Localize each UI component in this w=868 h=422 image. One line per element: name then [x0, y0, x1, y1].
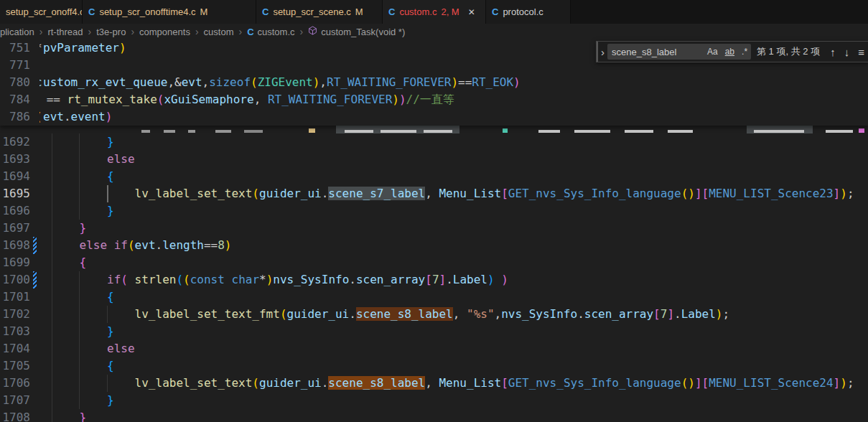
- breadcrumb-item-t3e-pro[interactable]: t3e-pro: [96, 27, 126, 37]
- code-token: (: [121, 273, 128, 286]
- clipped-text-fragment: [381, 130, 416, 133]
- code-token: else: [52, 342, 135, 355]
- line-number: 786: [0, 108, 30, 126]
- code-token: RT_WAITING_FOREVER: [327, 75, 451, 89]
- breadcrumb-separator: ›: [131, 26, 134, 37]
- code-token: guider_ui: [287, 307, 350, 321]
- code-line-1704[interactable]: 1704 else: [0, 340, 868, 357]
- code-token: pvParameter: [43, 41, 119, 55]
- code-line-1699[interactable]: 1699 {: [0, 254, 868, 271]
- find-in-selection-icon[interactable]: ≡: [858, 46, 864, 58]
- breadcrumb-item-rt-thread[interactable]: rt-thread: [47, 27, 83, 37]
- breadcrumb-label: custom_Task(void *): [321, 27, 405, 37]
- partially-scrolled-line: [0, 126, 868, 133]
- sticky-line-784[interactable]: 784 == rt_mutex_take(xGuiSemaphore, RT_W…: [0, 91, 868, 108]
- code-token: if: [114, 238, 128, 252]
- code-token: scen_array: [356, 273, 425, 286]
- code-token: RT_WAITING_FOREVER: [268, 93, 392, 106]
- code-token: if: [107, 273, 121, 286]
- breadcrumb-item-plication[interactable]: plication: [0, 27, 34, 37]
- code-token: MENU_LIST_Scence23: [709, 187, 833, 200]
- regex-icon[interactable]: .*: [739, 46, 750, 57]
- code-line-1694[interactable]: 1694 {: [0, 168, 868, 185]
- code-line-1697[interactable]: 1697 }: [0, 220, 868, 237]
- code-token: (: [128, 238, 135, 252]
- clipped-text-fragment: [309, 128, 315, 133]
- breadcrumb-item-custom[interactable]: custom: [204, 27, 234, 37]
- c-file-icon: C: [388, 6, 395, 17]
- line-number: 1708: [0, 409, 30, 422]
- clipped-text-fragment: [754, 130, 804, 133]
- clipped-text-fragment: [164, 130, 175, 133]
- close-icon[interactable]: ✕: [468, 7, 475, 17]
- code-line-1696[interactable]: 1696 }: [0, 202, 868, 220]
- code-line-1695[interactable]: 1695 lv_label_set_text(guider_ui.scene_s…: [0, 185, 868, 202]
- breadcrumb-label: t3e-pro: [96, 27, 126, 37]
- code-token: .: [446, 273, 453, 286]
- code-token: ,: [202, 75, 210, 89]
- code-token: 7: [432, 273, 439, 286]
- next-match-icon[interactable]: ↓: [844, 46, 850, 58]
- tab-setup_scr_onoff4.c[interactable]: setup_scr_onoff4.cM: [0, 0, 83, 24]
- code-token: (: [157, 93, 164, 106]
- sticky-line-786[interactable]: 786(evt.event): [0, 108, 868, 126]
- tab-setup_scr_scene.c[interactable]: Csetup_scr_scene.cM: [256, 0, 383, 24]
- tab-label: protocol.c: [503, 6, 543, 17]
- editor[interactable]: 1692 }1693 else1694 {1695 lv_label_set_t…: [0, 39, 868, 422]
- breadcrumb-item-custom_Taskvoid[interactable]: custom_Task(void *): [308, 26, 405, 37]
- breadcrumb-item-custom.c[interactable]: Ccustom.c: [247, 27, 294, 37]
- code-token: [225, 273, 232, 286]
- code-token: ): [225, 238, 232, 252]
- code-token: *: [259, 273, 266, 286]
- code-token: ==: [204, 238, 218, 252]
- tab-setup_scr_onofftime4.c[interactable]: Csetup_scr_onofftime4.cM: [83, 0, 256, 24]
- code-line-1693[interactable]: 1693 else: [0, 151, 868, 168]
- tab-custom.c[interactable]: Ccustom.c2, M✕: [383, 0, 486, 24]
- line-number: 1699: [0, 254, 30, 271]
- breadcrumb-label: plication: [0, 27, 34, 37]
- c-file-icon: C: [88, 6, 95, 17]
- code-text: }: [52, 323, 114, 340]
- current-line-number: 1695: [0, 185, 30, 202]
- clipped-text-fragment: [625, 130, 653, 133]
- code-token: ]: [834, 376, 841, 390]
- code-token: Label: [681, 307, 716, 321]
- code-line-1702[interactable]: 1702 lv_label_set_text_fmt(guider_ui.sce…: [0, 306, 868, 323]
- code-token: ,: [425, 376, 439, 390]
- code-token: ]: [695, 187, 702, 200]
- code-line-1703[interactable]: 1703 }: [0, 323, 868, 340]
- tab-label: setup_scr_onoff4.c: [6, 6, 83, 17]
- code-token: evt: [182, 75, 202, 89]
- code-token: GET_nvs_Sys_Info_language: [508, 376, 681, 390]
- code-line-1692[interactable]: 1692 }: [0, 133, 868, 151]
- chevron-right-icon[interactable]: ›: [601, 46, 605, 58]
- code-line-1707[interactable]: 1707 }: [0, 392, 868, 409]
- code-token: Label: [453, 273, 487, 286]
- code-line-1701[interactable]: 1701 {: [0, 289, 868, 306]
- code-line-1700[interactable]: 1700 if( strlen((const char*)nvs_SysInfo…: [0, 271, 868, 289]
- tab-protocol.c[interactable]: Cprotocol.c: [486, 0, 571, 24]
- code-token: char: [232, 273, 260, 286]
- find-resize-grip[interactable]: [597, 42, 598, 62]
- sticky-line-780[interactable]: 780custom_rx_evt_queue,&evt,sizeof(ZIGEv…: [0, 74, 868, 91]
- match-case-icon[interactable]: Aa: [705, 46, 720, 57]
- code-token: ): [119, 41, 126, 55]
- code-text: lv_label_set_text(guider_ui.scene_s7_lab…: [52, 185, 854, 202]
- find-input[interactable]: [607, 47, 704, 57]
- code-line-1708[interactable]: 1708 }: [0, 409, 868, 422]
- code-line-1698[interactable]: 1698 else if(evt.length==8): [0, 237, 868, 254]
- code-token: ]: [834, 187, 841, 200]
- clipped-text-fragment: [826, 130, 853, 133]
- code-token: [107, 238, 114, 252]
- previous-match-icon[interactable]: ↑: [830, 46, 836, 58]
- code-line-1705[interactable]: 1705 {: [0, 357, 868, 375]
- breadcrumb-item-components[interactable]: components: [139, 27, 190, 37]
- breadcrumb-label: rt-thread: [47, 27, 83, 37]
- tab-modified-badge: 2, M: [441, 6, 459, 17]
- whole-word-icon[interactable]: ab: [723, 46, 737, 57]
- code-token: [: [653, 307, 661, 321]
- code-line-1706[interactable]: 1706 lv_label_set_text(guider_ui.scene_s…: [0, 375, 868, 392]
- code-token: ): [266, 273, 274, 286]
- code-token: ): [106, 110, 113, 123]
- code-token: ;: [847, 376, 854, 390]
